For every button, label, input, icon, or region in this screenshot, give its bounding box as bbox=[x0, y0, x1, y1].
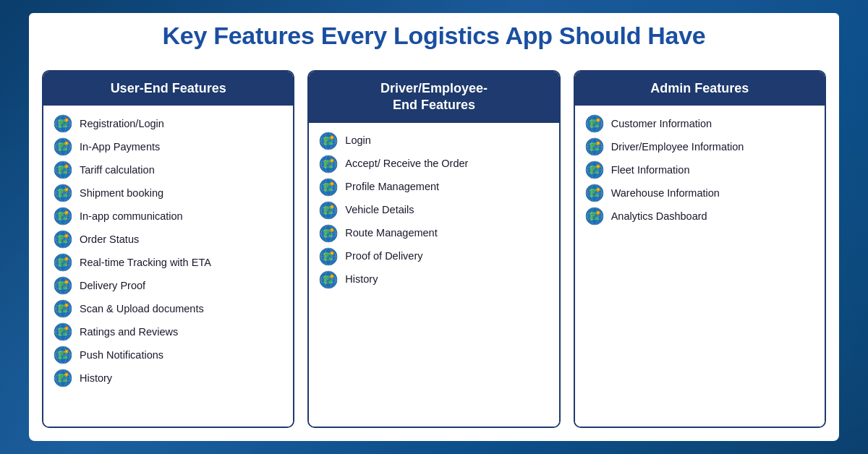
feature-label: History bbox=[80, 372, 112, 385]
svg-point-35 bbox=[66, 166, 67, 167]
feature-item: Fleet Information bbox=[585, 160, 814, 179]
feature-item: Route Management bbox=[319, 224, 548, 243]
feature-item: Order Status bbox=[54, 230, 283, 249]
feature-label: Real-time Tracking with ETA bbox=[80, 256, 211, 270]
feature-label: Driver/Employee Information bbox=[611, 140, 744, 154]
feature-label: Shipment booking bbox=[80, 187, 163, 200]
feature-item: Delivery Proof bbox=[54, 276, 283, 295]
globe-icon bbox=[54, 184, 72, 202]
svg-point-287 bbox=[597, 212, 598, 213]
feature-label: Order Status bbox=[80, 233, 139, 247]
globe-icon bbox=[585, 114, 604, 133]
feature-item: In-app communication bbox=[54, 207, 283, 226]
svg-point-83 bbox=[66, 258, 67, 260]
globe-icon bbox=[585, 207, 604, 226]
globe-icon bbox=[319, 132, 338, 150]
svg-point-23 bbox=[66, 142, 67, 144]
feature-label: In-app communication bbox=[80, 210, 183, 223]
feature-label: Vehicle Details bbox=[345, 203, 414, 217]
globe-icon bbox=[54, 276, 72, 295]
feature-label: Fleet Information bbox=[611, 163, 690, 177]
globe-icon bbox=[585, 184, 604, 202]
svg-point-143 bbox=[66, 374, 67, 375]
globe-icon bbox=[319, 247, 338, 266]
globe-icon bbox=[319, 201, 338, 220]
svg-point-215 bbox=[331, 252, 333, 254]
globe-icon bbox=[585, 160, 604, 179]
card-user-end: User-End Features Registration/Login bbox=[42, 70, 294, 428]
card-body-driver-end: Login Accept/ Receive the Order bbox=[309, 123, 558, 427]
feature-label: Warehouse Information bbox=[611, 187, 720, 200]
feature-label: Profile Management bbox=[345, 180, 439, 194]
feature-label: Registration/Login bbox=[80, 117, 164, 131]
feature-label: Scan & Upload documents bbox=[80, 302, 204, 316]
card-admin: Admin Features Customer Information bbox=[574, 70, 826, 428]
feature-label: Accept/ Receive the Order bbox=[345, 157, 468, 171]
title-bold: Logistics App bbox=[393, 22, 553, 49]
svg-point-179 bbox=[331, 183, 333, 184]
svg-point-107 bbox=[66, 304, 67, 306]
feature-item: Ratings and Reviews bbox=[54, 322, 283, 341]
svg-point-227 bbox=[331, 275, 333, 277]
feature-item: Accept/ Receive the Order bbox=[319, 155, 548, 174]
svg-point-191 bbox=[331, 206, 333, 207]
feature-item: Push Notifications bbox=[54, 346, 283, 364]
globe-icon bbox=[319, 224, 338, 243]
feature-item: Login bbox=[319, 132, 548, 150]
card-header-admin: Admin Features bbox=[575, 72, 825, 106]
feature-item: Proof of Delivery bbox=[319, 247, 548, 266]
svg-point-203 bbox=[331, 229, 333, 231]
svg-point-119 bbox=[66, 327, 67, 329]
feature-label: Login bbox=[345, 134, 370, 147]
globe-icon bbox=[54, 230, 72, 249]
feature-item: Shipment booking bbox=[54, 184, 283, 202]
svg-point-59 bbox=[66, 212, 67, 213]
title-plain: Key Features Every bbox=[163, 22, 393, 49]
card-body-admin: Customer Information Driver/Employee Inf… bbox=[575, 106, 825, 427]
feature-label: Route Management bbox=[345, 226, 437, 240]
feature-item: Driver/Employee Information bbox=[585, 137, 814, 156]
svg-point-11 bbox=[66, 119, 67, 121]
main-title: Key Features Every Logistics App Should … bbox=[29, 13, 839, 57]
svg-point-239 bbox=[597, 119, 598, 121]
svg-point-131 bbox=[66, 351, 67, 352]
feature-item: Registration/Login bbox=[54, 114, 283, 133]
title-end: Should Have bbox=[553, 22, 706, 49]
card-header-user-end: User-End Features bbox=[43, 72, 293, 106]
globe-icon bbox=[319, 270, 338, 289]
globe-icon bbox=[54, 253, 72, 272]
feature-item: Customer Information bbox=[585, 114, 814, 133]
globe-icon bbox=[54, 322, 72, 341]
feature-label: Tariff calculation bbox=[80, 163, 155, 177]
card-header-driver-end: Driver/Employee-End Features bbox=[309, 72, 558, 123]
card-driver-end: Driver/Employee-End Features Login bbox=[307, 70, 560, 428]
globe-icon bbox=[54, 299, 72, 318]
feature-item: In-App Payments bbox=[54, 137, 283, 156]
globe-icon bbox=[54, 160, 72, 179]
svg-point-263 bbox=[597, 166, 598, 167]
feature-item: Vehicle Details bbox=[319, 201, 548, 220]
feature-label: In-App Payments bbox=[80, 140, 160, 154]
globe-icon bbox=[54, 346, 72, 364]
globe-icon bbox=[319, 178, 338, 197]
feature-item: Real-time Tracking with ETA bbox=[54, 253, 283, 272]
svg-point-167 bbox=[331, 160, 333, 161]
feature-item: Scan & Upload documents bbox=[54, 299, 283, 318]
feature-item: Warehouse Information bbox=[585, 184, 814, 202]
feature-item: Profile Management bbox=[319, 178, 548, 197]
globe-icon bbox=[585, 137, 604, 156]
globe-icon bbox=[54, 137, 72, 156]
feature-label: Ratings and Reviews bbox=[80, 325, 178, 339]
globe-icon bbox=[319, 155, 338, 174]
svg-point-47 bbox=[66, 189, 67, 190]
feature-label: Customer Information bbox=[611, 117, 712, 131]
feature-label: Analytics Dashboard bbox=[611, 210, 707, 223]
feature-label: History bbox=[345, 273, 378, 286]
svg-point-155 bbox=[331, 137, 333, 138]
feature-item: History bbox=[54, 369, 283, 387]
cards-row: User-End Features Registration/Login bbox=[29, 57, 839, 441]
page-wrapper: Key Features Every Logistics App Should … bbox=[0, 0, 868, 454]
globe-icon bbox=[54, 207, 72, 226]
feature-item: History bbox=[319, 270, 548, 289]
card-body-user-end: Registration/Login In-App Payments bbox=[43, 106, 293, 427]
